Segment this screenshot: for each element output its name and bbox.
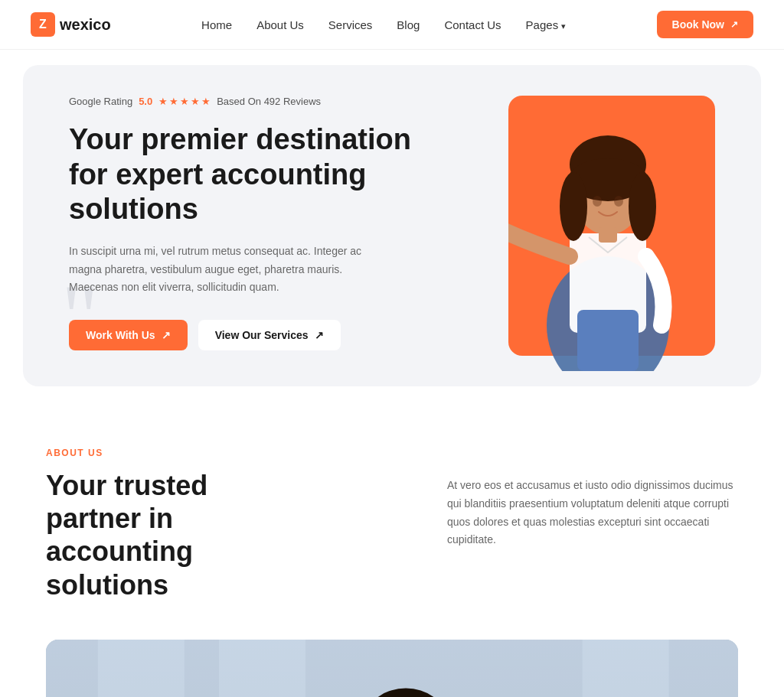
svg-rect-53: [46, 640, 738, 697]
video-section: Play Video: [0, 624, 784, 697]
rating-score: 5.0: [139, 96, 152, 107]
view-services-button[interactable]: View Our Services ↗: [198, 320, 341, 350]
star-1: ★: [158, 96, 168, 107]
logo-icon: Z: [31, 12, 55, 37]
nav-contact[interactable]: Contact Us: [444, 18, 501, 31]
logo-text: wexico: [60, 16, 111, 34]
arrow-icon: ↗: [162, 329, 171, 341]
nav-blog[interactable]: Blog: [397, 18, 420, 31]
logo[interactable]: Z wexico: [31, 12, 111, 37]
hero-title: Your premier destination for expert acco…: [69, 122, 436, 227]
svg-point-5: [560, 172, 587, 241]
svg-point-6: [629, 172, 656, 241]
about-description: At vero eos et accusamus et iusto odio d…: [447, 469, 738, 549]
star-2: ★: [169, 96, 178, 107]
nav-pages[interactable]: Pages: [526, 18, 567, 31]
hero-section: Google Rating 5.0 ★ ★ ★ ★ ★ Based On 492…: [23, 65, 761, 386]
star-3: ★: [180, 96, 189, 107]
svg-rect-11: [599, 227, 617, 243]
rating-reviews: Based On 492 Reviews: [217, 96, 321, 107]
svg-rect-10: [577, 310, 639, 371]
about-top: Your trusted partner in accounting solut…: [46, 469, 738, 601]
arrow-icon: ↗: [730, 19, 738, 30]
hero-content: Google Rating 5.0 ★ ★ ★ ★ ★ Based On 492…: [69, 96, 436, 350]
star-5: ★: [201, 96, 211, 107]
svg-point-8: [614, 196, 623, 207]
chevron-down-icon: [561, 18, 566, 31]
person-svg: [508, 88, 707, 371]
star-rating: ★ ★ ★ ★ ★: [158, 96, 211, 107]
navbar: Z wexico Home About Us Services Blog Con…: [0, 0, 784, 50]
svg-point-7: [593, 196, 602, 207]
hero-buttons: Work With Us ↗ View Our Services ↗: [69, 320, 436, 350]
work-with-us-button[interactable]: Work With Us ↗: [69, 320, 188, 350]
arrow-icon: ↗: [315, 329, 324, 341]
rating-label: Google Rating: [69, 96, 132, 107]
hero-image-area: [485, 80, 715, 371]
about-section: ABOUT US Your trusted partner in account…: [0, 402, 784, 624]
nav-links: Home About Us Services Blog Contact Us P…: [201, 18, 566, 31]
hero-person-image: [501, 80, 715, 371]
book-now-button[interactable]: Book Now ↗: [657, 11, 753, 38]
team-svg: [46, 640, 738, 697]
rating-bar: Google Rating 5.0 ★ ★ ★ ★ ★ Based On 492…: [69, 96, 436, 107]
nav-about[interactable]: About Us: [256, 18, 304, 31]
about-title: Your trusted partner in accounting solut…: [46, 469, 306, 601]
nav-home[interactable]: Home: [201, 18, 232, 31]
nav-services[interactable]: Services: [328, 18, 373, 31]
about-label: ABOUT US: [46, 448, 738, 458]
video-container: Play Video: [46, 640, 738, 697]
team-photo: [46, 640, 738, 697]
hero-description: In suscipit urna mi, vel rutrum metus co…: [69, 243, 375, 297]
star-4: ★: [191, 96, 200, 107]
